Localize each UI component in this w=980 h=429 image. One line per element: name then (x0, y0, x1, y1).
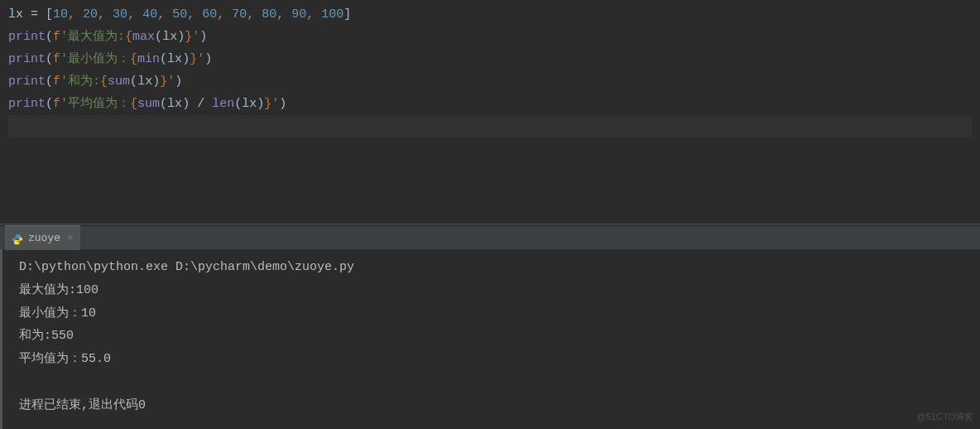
console-line: 平均值为：55.0 (19, 348, 963, 371)
exit-message: 进程已结束,退出代码0 (19, 394, 963, 417)
console-line: 最大值为:100 (19, 279, 963, 302)
comma: , (68, 7, 83, 22)
watermark: @51CTO博客 (917, 409, 973, 426)
string-text: 最大值为: (68, 30, 125, 44)
run-tab-bar: zuoye × (0, 226, 980, 249)
builtin-fn: print (8, 52, 46, 66)
builtin-fn: print (8, 30, 46, 44)
num: 100 (321, 7, 343, 22)
run-tab[interactable]: zuoye × (5, 225, 80, 250)
builtin-fn: print (8, 75, 46, 89)
comma: , (127, 7, 142, 22)
num: 10 (53, 7, 68, 22)
console-output[interactable]: D:\python\python.exe D:\pycharm\demo\zuo… (0, 249, 980, 429)
num: 80 (262, 7, 276, 22)
tab-label: zuoye (28, 229, 60, 248)
code-editor[interactable]: lx = [10, 20, 30, 40, 50, 60, 70, 80, 90… (0, 0, 980, 195)
code-line[interactable]: print(f'和为:{sum(lx)}') (8, 70, 972, 93)
code-line[interactable]: lx = [10, 20, 30, 40, 50, 60, 70, 80, 90… (8, 3, 972, 26)
bracket-open: [ (46, 7, 53, 22)
string-text: 和为: (68, 75, 100, 89)
comma: , (247, 7, 262, 22)
num: 70 (232, 7, 247, 22)
num: 30 (113, 7, 127, 22)
comma: , (98, 7, 113, 22)
spacer (19, 371, 963, 394)
comma: , (276, 7, 291, 22)
python-icon (12, 233, 23, 244)
variable: lx (8, 7, 23, 22)
string-text: 平均值为： (68, 97, 130, 111)
string-text: 最小值为： (68, 52, 130, 66)
equals: = (23, 7, 46, 22)
editor-gap (0, 195, 980, 223)
num: 50 (172, 7, 187, 22)
num: 60 (202, 7, 217, 22)
code-line[interactable]: print(f'最小值为：{min(lx)}') (8, 48, 972, 70)
comma: , (217, 7, 232, 22)
num: 40 (142, 7, 157, 22)
num: 90 (291, 7, 306, 22)
builtin-fn: print (8, 97, 46, 111)
comma: , (306, 7, 321, 22)
console-command: D:\python\python.exe D:\pycharm\demo\zuo… (19, 256, 963, 279)
comma: , (187, 7, 202, 22)
close-icon[interactable]: × (67, 229, 74, 248)
code-line[interactable]: print(f'平均值为：{sum(lx) / len(lx)}') (8, 93, 972, 115)
num: 20 (83, 7, 98, 22)
comma: , (157, 7, 172, 22)
bracket-close: ] (343, 7, 351, 22)
code-line[interactable]: print(f'最大值为:{max(lx)}') (8, 26, 972, 48)
console-line: 和为:550 (19, 325, 963, 348)
console-line: 最小值为：10 (19, 302, 963, 325)
current-line[interactable] (8, 115, 972, 137)
